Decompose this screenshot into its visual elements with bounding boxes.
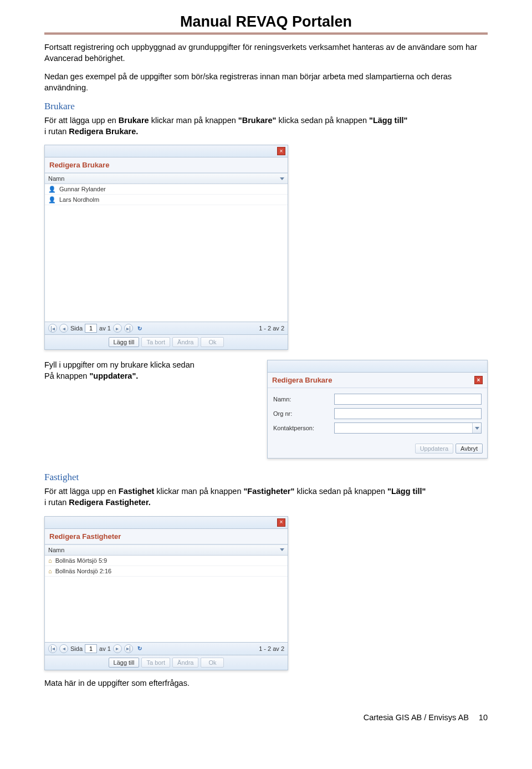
text: klickar man på knappen [154,487,243,496]
last-page-icon[interactable]: ▸| [124,644,133,653]
refresh-icon[interactable]: ↻ [135,324,144,333]
intro-paragraph-2: Nedan ges exempel på de uppgifter som bö… [44,72,488,93]
text: klickar man på knappen [149,116,238,125]
form-body: Namn: Org nr: Kontaktperson: [268,388,487,440]
fill-instruction: Fyll i uppgifter om ny brukare klicka se… [44,360,255,381]
bold: "uppdatera". [89,371,138,380]
kontakt-combo[interactable] [334,422,482,434]
close-button[interactable]: × [277,518,285,527]
house-icon: ⌂ [48,568,52,574]
prev-page-icon[interactable]: ◂ [59,644,68,653]
fastighet-instruction: För att lägga upp en Fastighet klickar m… [44,486,488,508]
pager-label-side: Sida [70,645,83,652]
brukare-instruction: För att lägga upp en Brukare klickar man… [44,115,488,137]
form-row-kontakt: Kontaktperson: [273,422,482,434]
edit-button[interactable]: Ändra [172,337,198,347]
pager-page-input[interactable] [85,644,97,653]
chevron-down-icon [280,177,284,180]
page-title: Manual REVAQ Portalen [44,13,488,30]
panel-titlebar: × [45,517,288,529]
label-kontakt: Kontaktperson: [273,425,334,431]
column-name: Namn [48,175,64,182]
next-page-icon[interactable]: ▸ [113,644,122,653]
text: För att lägga upp en [44,116,119,125]
list-item-label: Lars Nordholm [59,196,99,203]
namn-field[interactable] [334,394,482,405]
page-footer: Cartesia GIS AB / Envisys AB 10 [0,707,532,731]
close-button[interactable]: × [474,376,483,384]
form-buttons: Uppdatera Avbryt [268,440,487,458]
list-empty-area [45,577,288,642]
prev-page-icon[interactable]: ◂ [59,324,68,333]
label-namn: Namn: [273,396,334,403]
last-page-icon[interactable]: ▸| [124,324,133,333]
list-item[interactable]: 👤 Lars Nordholm [45,195,288,205]
pager-page-input[interactable] [85,324,97,333]
pager-count: 1 - 2 av 2 [259,645,284,652]
panel-titlebar [268,360,487,373]
redigera-fastigheter-panel: × Redigera Fastigheter Namn ⌂ Bollnäs Mö… [44,516,288,670]
pager-label-side: Sida [70,325,83,332]
bold: Fastighet [119,487,154,496]
column-header[interactable]: Namn [45,173,288,184]
bold: Brukare [119,116,149,125]
pager-count: 1 - 2 av 2 [259,325,284,332]
person-icon: 👤 [48,197,56,203]
edit-button[interactable]: Ändra [172,658,198,668]
text: På knappen [44,371,89,380]
close-icon: × [280,520,283,525]
bold: Redigera Fastigheter. [69,498,150,507]
label-org: Org nr: [273,410,334,417]
update-button[interactable]: Uppdatera [415,444,453,454]
panel-title: Redigera Brukare × [268,373,487,388]
title-rule [44,33,488,34]
list-item-label: Bollnäs Nordsjö 2:16 [55,568,112,574]
footer-company: Cartesia GIS AB / Envisys AB [364,713,469,722]
panel-title: Redigera Brukare [45,157,288,173]
ok-button[interactable]: Ok [201,337,224,347]
pager-label-av: av 1 [99,645,111,652]
bold: "Brukare" [238,116,277,125]
text: För att lägga upp en [44,487,119,496]
pager: |◂ ◂ Sida av 1 ▸ ▸| ↻ 1 - 2 av 2 [45,322,288,334]
chevron-down-icon [475,427,479,430]
list-item[interactable]: 👤 Gunnar Rylander [45,184,288,195]
first-page-icon[interactable]: |◂ [48,644,57,653]
cancel-button[interactable]: Avbryt [456,444,483,454]
redigera-brukare-panel: × Redigera Brukare Namn 👤 Gunnar Rylande… [44,145,288,350]
list-item[interactable]: ⌂ Bollnäs Nordsjö 2:16 [45,566,288,577]
pager: |◂ ◂ Sida av 1 ▸ ▸| ↻ 1 - 2 av 2 [45,642,288,655]
pager-label-av: av 1 [99,325,111,332]
button-bar: Lägg till Ta bort Ändra Ok [45,334,288,349]
text: klicka sedan på knappen [294,487,387,496]
org-field[interactable] [334,408,482,419]
text: i rutan [44,127,69,136]
form-row-org: Org nr: [273,408,482,419]
text: Fyll i uppgifter om ny brukare klicka se… [44,360,195,369]
delete-button[interactable]: Ta bort [141,658,170,668]
intro-paragraph-1: Fortsatt registrering och uppbyggnad av … [44,42,488,64]
text: klicka sedan på knappen [276,116,369,125]
column-header[interactable]: Namn [45,544,288,556]
close-icon: × [477,378,480,383]
close-icon: × [280,149,283,154]
first-page-icon[interactable]: |◂ [48,324,57,333]
bold: "Fastigheter" [243,487,294,496]
list-empty-area [45,205,288,322]
section-heading-brukare: Brukare [44,101,488,112]
chevron-down-icon [280,548,284,551]
bold: "Lägg till" [369,116,407,125]
add-button[interactable]: Lägg till [109,337,140,347]
panel-titlebar: × [45,145,288,157]
list-item-label: Bollnäs Mörtsjö 5:9 [55,557,108,564]
close-button[interactable]: × [277,147,285,155]
ok-button[interactable]: Ok [201,658,224,668]
column-name: Namn [48,547,64,553]
next-page-icon[interactable]: ▸ [113,324,122,333]
refresh-icon[interactable]: ↻ [135,644,144,653]
add-button[interactable]: Lägg till [109,658,140,668]
list-item-label: Gunnar Rylander [59,186,106,192]
footer-page-number: 10 [479,713,488,722]
delete-button[interactable]: Ta bort [141,337,170,347]
list-item[interactable]: ⌂ Bollnäs Mörtsjö 5:9 [45,556,288,566]
